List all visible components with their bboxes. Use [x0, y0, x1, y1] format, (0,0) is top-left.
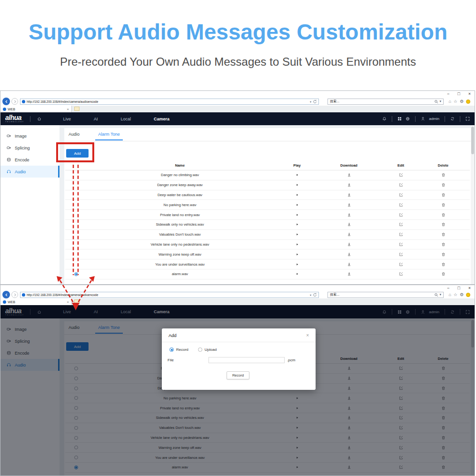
radio-unselected-icon[interactable]: [198, 347, 202, 352]
file-name-input[interactable]: [208, 357, 285, 363]
edit-icon[interactable]: [399, 242, 403, 247]
search-caret-icon[interactable]: ▾: [439, 293, 441, 297]
search-input[interactable]: 搜索... ▾: [327, 99, 444, 105]
scrollbar[interactable]: [471, 125, 475, 284]
play-icon[interactable]: [296, 272, 299, 276]
play-icon[interactable]: [296, 173, 299, 177]
table-row[interactable]: Danger zone keep away.wav: [65, 180, 470, 190]
download-icon[interactable]: [347, 222, 351, 227]
browser-tab[interactable]: WEB ×: [0, 106, 72, 112]
forward-button[interactable]: [11, 291, 18, 298]
table-row[interactable]: No parking here.wav: [65, 200, 470, 210]
autocomplete-caret-icon[interactable]: ▾: [310, 100, 311, 103]
download-icon[interactable]: [347, 272, 351, 276]
download-icon[interactable]: [347, 193, 351, 197]
play-icon[interactable]: [296, 183, 299, 187]
delete-icon[interactable]: [441, 222, 446, 227]
feedback-smiley-icon[interactable]: [466, 293, 470, 297]
delete-icon[interactable]: [441, 213, 446, 217]
tab-audio[interactable]: Audio: [69, 132, 79, 137]
tab-close-icon[interactable]: ×: [67, 107, 69, 111]
play-icon[interactable]: [296, 213, 299, 217]
refresh-icon[interactable]: [313, 99, 317, 104]
refresh-icon[interactable]: [313, 293, 317, 297]
nav-item-camera[interactable]: Camera: [142, 117, 181, 121]
settings-gear-icon[interactable]: ⚙: [460, 99, 464, 104]
home-icon[interactable]: ⌂: [448, 99, 451, 104]
table-row[interactable]: You are under surveillance.wav: [65, 259, 470, 269]
favorites-star-icon[interactable]: ☆: [454, 292, 457, 297]
language-globe-icon[interactable]: [406, 117, 410, 121]
maximize-button[interactable]: □: [457, 286, 460, 291]
home-icon[interactable]: ⌂: [448, 292, 451, 297]
dialog-close-icon[interactable]: ×: [306, 333, 309, 338]
radio-selected-icon[interactable]: [169, 347, 174, 352]
settings-gear-icon[interactable]: ⚙: [460, 292, 464, 297]
maintenance-sync-icon[interactable]: [450, 117, 455, 121]
edit-icon[interactable]: [399, 193, 403, 197]
table-row[interactable]: Valuables Don't touch.wav: [65, 230, 470, 240]
record-button[interactable]: Record: [227, 371, 249, 379]
edit-icon[interactable]: [399, 183, 403, 187]
forward-button[interactable]: [11, 98, 18, 105]
username-label[interactable]: admin: [429, 117, 439, 121]
edit-icon[interactable]: [399, 272, 403, 276]
delete-icon[interactable]: [441, 173, 446, 177]
play-icon[interactable]: [296, 203, 299, 207]
search-caret-icon[interactable]: ▾: [439, 99, 441, 103]
table-row[interactable]: Deep water be cautious.wav: [65, 190, 470, 200]
play-icon[interactable]: [296, 223, 299, 226]
user-icon[interactable]: [421, 117, 425, 121]
edit-icon[interactable]: [399, 262, 403, 267]
sidebar-item-audio[interactable]: Audio: [0, 166, 60, 178]
delete-icon[interactable]: [441, 183, 446, 187]
edit-icon[interactable]: [399, 232, 403, 237]
tab-alarm-tone[interactable]: Alarm Tone: [95, 132, 123, 140]
download-icon[interactable]: [347, 183, 351, 187]
download-icon[interactable]: [347, 213, 351, 217]
play-icon[interactable]: [296, 243, 299, 246]
fullscreen-icon[interactable]: [466, 117, 470, 121]
address-bar[interactable]: http://192.168.200.106/#/index/camera/au…: [20, 292, 319, 298]
download-icon[interactable]: [347, 232, 351, 237]
download-icon[interactable]: [347, 262, 351, 267]
minimize-button[interactable]: −: [447, 286, 449, 291]
download-icon[interactable]: [347, 173, 351, 177]
play-icon[interactable]: [296, 233, 299, 236]
autocomplete-caret-icon[interactable]: ▾: [310, 293, 311, 297]
delete-icon[interactable]: [441, 232, 446, 237]
new-tab-button[interactable]: [74, 299, 79, 304]
nav-home-icon[interactable]: [37, 117, 41, 121]
delete-icon[interactable]: [441, 193, 446, 197]
download-icon[interactable]: [347, 242, 351, 247]
edit-icon[interactable]: [399, 203, 403, 207]
new-tab-button[interactable]: [74, 107, 79, 111]
edit-icon[interactable]: [399, 252, 403, 257]
download-icon[interactable]: [347, 252, 351, 257]
close-button[interactable]: ×: [468, 91, 471, 97]
alarm-bell-icon[interactable]: [382, 117, 387, 121]
edit-icon[interactable]: [399, 173, 403, 177]
address-bar[interactable]: http://192.168.200.106/#/index/camera/au…: [20, 99, 319, 105]
upload-radio[interactable]: Upload: [198, 347, 217, 352]
sidebar-item-splicing[interactable]: Splicing: [0, 142, 60, 154]
maximize-button[interactable]: □: [457, 91, 460, 97]
scrollbar-thumb[interactable]: [471, 127, 474, 154]
favorites-star-icon[interactable]: ☆: [454, 99, 457, 104]
delete-icon[interactable]: [441, 262, 446, 267]
apps-grid-icon[interactable]: [397, 117, 402, 121]
nav-item-live[interactable]: Live: [52, 117, 83, 121]
close-button[interactable]: ×: [468, 286, 471, 291]
play-icon[interactable]: [296, 193, 299, 197]
back-button[interactable]: [2, 98, 10, 105]
table-row[interactable]: alarm.wav: [65, 269, 470, 279]
edit-icon[interactable]: [399, 222, 403, 227]
browser-tab[interactable]: WEB ×: [0, 298, 72, 305]
delete-icon[interactable]: [441, 242, 446, 247]
nav-item-ai[interactable]: AI: [82, 117, 109, 121]
play-icon[interactable]: [296, 253, 299, 256]
edit-icon[interactable]: [399, 213, 403, 217]
back-button[interactable]: [2, 291, 10, 298]
delete-icon[interactable]: [441, 252, 446, 257]
minimize-button[interactable]: −: [447, 91, 449, 97]
